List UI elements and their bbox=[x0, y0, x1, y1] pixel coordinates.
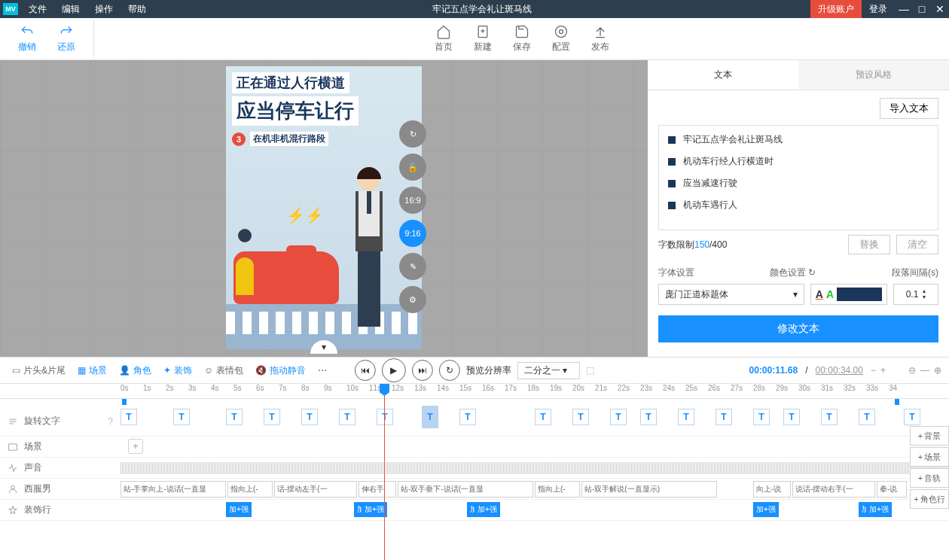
import-text-button[interactable]: 导入文本 bbox=[880, 98, 938, 119]
gap-stepper[interactable]: 0.1 ▴▾ bbox=[893, 284, 938, 305]
text-list[interactable]: 牢记五点学会礼让斑马线 机动车行经人行横道时 应当减速行驶 机动车遇行人 bbox=[658, 125, 938, 230]
menu-help[interactable]: 帮助 bbox=[121, 3, 154, 16]
add-scene-button[interactable]: + bbox=[128, 439, 143, 454]
action-clip[interactable]: 伸右手 bbox=[359, 481, 396, 498]
ratio-916-button[interactable]: 9:16 bbox=[399, 220, 426, 247]
help-icon[interactable]: ? bbox=[108, 416, 113, 427]
action-clip[interactable]: 指向上(- bbox=[227, 481, 273, 498]
action-clip[interactable]: 拳-说 bbox=[877, 481, 907, 498]
rate-select[interactable]: 二分之一 ▾ bbox=[517, 362, 580, 379]
text-clip[interactable]: T bbox=[640, 409, 657, 425]
marker-start[interactable] bbox=[122, 399, 127, 405]
play-button[interactable]: ▶ bbox=[382, 358, 406, 382]
deco-clip[interactable]: 加+强 bbox=[474, 502, 500, 517]
text-clip[interactable]: T bbox=[904, 409, 920, 425]
text-item[interactable]: 应当减速行驶 bbox=[659, 172, 938, 194]
color-swatch[interactable] bbox=[837, 288, 882, 301]
timeline-ruler[interactable]: 0s1s2s3s4s5s6s7s8s9s10s11s12s13s14s15s16… bbox=[0, 384, 949, 399]
text-clip[interactable]: T bbox=[422, 406, 438, 428]
marker-end[interactable] bbox=[895, 399, 899, 405]
replace-button[interactable]: 替换 bbox=[848, 235, 890, 254]
redo-button[interactable]: 还原 bbox=[47, 20, 86, 58]
canvas-area[interactable]: 正在通过人行横道 应当停车让行 3 在机非机混行路段 ⚡⚡ ↻ 🔓 16:9 9… bbox=[0, 60, 648, 357]
layers-icon[interactable]: ⬚ bbox=[586, 365, 594, 376]
zoom-in2-icon[interactable]: ⊕ bbox=[934, 365, 941, 376]
font-select[interactable]: 庞门正道标题体▾ bbox=[658, 284, 804, 305]
text-clip[interactable]: T bbox=[121, 409, 137, 425]
next-button[interactable]: ⏭ bbox=[412, 360, 433, 381]
prev-button[interactable]: ⏮ bbox=[355, 360, 376, 381]
text-item[interactable]: 机动车行经人行横道时 bbox=[659, 151, 938, 172]
edit-tool-icon[interactable]: ✎ bbox=[399, 253, 426, 280]
clear-button[interactable]: 清空 bbox=[896, 235, 938, 254]
text-clip[interactable]: T bbox=[610, 409, 627, 425]
text-item[interactable]: 牢记五点学会礼让斑马线 bbox=[659, 129, 938, 151]
role-button[interactable]: 👤 角色 bbox=[114, 361, 156, 380]
text-clip[interactable]: T bbox=[226, 409, 243, 425]
deco-clip[interactable]: 加+强 bbox=[362, 502, 387, 517]
text-clip[interactable]: T bbox=[264, 409, 280, 425]
more-button[interactable]: ⋯ bbox=[313, 362, 331, 379]
text-clip[interactable]: T bbox=[377, 409, 393, 425]
scene-button[interactable]: ▦ 场景 bbox=[73, 361, 111, 380]
deco-track[interactable]: 加+强加+强加+强加+强加+强加+强加+强加+强 bbox=[121, 500, 949, 520]
upgrade-button[interactable]: 升级账户 bbox=[810, 0, 862, 18]
new-button[interactable]: 新建 bbox=[463, 20, 502, 58]
text-clip[interactable]: T bbox=[459, 409, 476, 425]
deco-clip[interactable]: 加+强 bbox=[226, 502, 252, 517]
mute-drag-button[interactable]: 🔇 拖动静音 bbox=[251, 361, 310, 380]
ratio-169-button[interactable]: 16:9 bbox=[399, 187, 426, 214]
text-color-multi-button[interactable]: A bbox=[826, 288, 834, 300]
text-clip[interactable]: T bbox=[821, 409, 838, 425]
deco-clip[interactable]: 加+强 bbox=[753, 502, 779, 517]
text-color-button[interactable]: A bbox=[816, 288, 823, 300]
tab-text[interactable]: 文本 bbox=[648, 60, 798, 90]
menu-file[interactable]: 文件 bbox=[21, 3, 54, 16]
home-button[interactable]: 首页 bbox=[424, 20, 463, 58]
undo-button[interactable]: 撤销 bbox=[8, 20, 47, 58]
add-audio-button[interactable]: + 音轨 bbox=[910, 468, 949, 488]
loop-button[interactable]: ↻ bbox=[439, 360, 460, 381]
modify-text-button[interactable]: 修改文本 bbox=[658, 315, 938, 342]
add-scene-side-button[interactable]: + 场景 bbox=[910, 447, 949, 467]
sound-track[interactable] bbox=[121, 458, 949, 478]
close-icon[interactable]: ✕ bbox=[931, 3, 949, 15]
action-track[interactable]: 站-手掌向上-说话(一直显指向上(-话-摆动左手(一伸右手站-双手垂下-说话(一… bbox=[121, 479, 949, 499]
login-button[interactable]: 登录 bbox=[862, 3, 895, 16]
text-clip[interactable]: T bbox=[535, 409, 551, 425]
action-clip[interactable]: 站-手掌向上-说话(一直显 bbox=[121, 481, 226, 498]
scene-track[interactable]: + bbox=[121, 437, 949, 457]
text-clip[interactable]: T bbox=[859, 409, 875, 425]
text-track[interactable]: TTTTTTTTTTTTTTTTTTTT bbox=[121, 406, 949, 436]
text-clip[interactable]: T bbox=[783, 409, 800, 425]
action-clip[interactable]: 站-双手解说(一直显示) bbox=[581, 481, 717, 498]
maximize-icon[interactable]: □ bbox=[913, 3, 931, 15]
text-item[interactable]: 机动车遇行人 bbox=[659, 194, 938, 216]
zoom-in-icon[interactable]: + bbox=[880, 365, 886, 376]
deco-button[interactable]: ✦ 装饰 bbox=[159, 361, 197, 380]
menu-edit[interactable]: 编辑 bbox=[54, 3, 87, 16]
head-tail-button[interactable]: ▭ 片头&片尾 bbox=[8, 361, 70, 380]
text-clip[interactable]: T bbox=[716, 409, 732, 425]
canvas[interactable]: 正在通过人行横道 应当停车让行 3 在机非机混行路段 ⚡⚡ bbox=[226, 66, 422, 349]
publish-button[interactable]: 发布 bbox=[581, 20, 620, 58]
action-clip[interactable]: 话-摆动左手(一 bbox=[274, 481, 357, 498]
text-clip[interactable]: T bbox=[339, 409, 355, 425]
action-clip[interactable]: 指向上(- bbox=[535, 481, 580, 498]
config-button[interactable]: 配置 bbox=[542, 20, 581, 58]
text-clip[interactable]: T bbox=[572, 409, 589, 425]
text-clip[interactable]: T bbox=[173, 409, 190, 425]
add-bg-button[interactable]: + 背景 bbox=[910, 426, 949, 446]
text-clip[interactable]: T bbox=[301, 409, 318, 425]
action-clip[interactable]: 说话-摆动右手(一 bbox=[792, 481, 875, 498]
lock-tool-icon[interactable]: 🔓 bbox=[399, 154, 426, 181]
time-total[interactable]: 00:00:34.00 bbox=[816, 365, 863, 376]
settings-tool-icon[interactable]: ⚙ bbox=[399, 286, 426, 313]
deco-clip[interactable]: 加+强 bbox=[866, 502, 892, 517]
zoom-out2-icon[interactable]: ⊖ bbox=[908, 365, 916, 376]
minimize-icon[interactable]: — bbox=[895, 3, 913, 15]
save-button[interactable]: 保存 bbox=[502, 20, 542, 58]
playhead[interactable] bbox=[384, 384, 385, 560]
action-clip[interactable]: 站-双手垂下-说话(一直显 bbox=[398, 481, 533, 498]
zoom-out-icon[interactable]: − bbox=[871, 365, 876, 376]
